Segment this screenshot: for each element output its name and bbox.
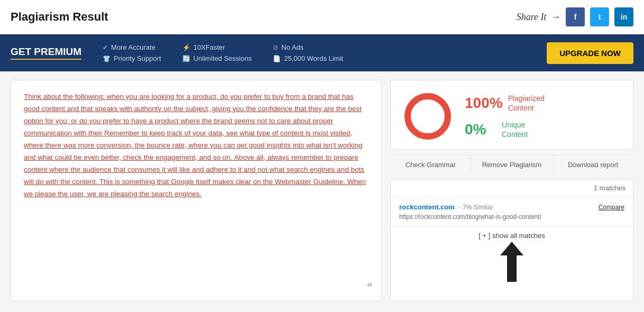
download-report-button[interactable]: Download report <box>553 155 633 174</box>
no-ads-icon: ⊘ <box>273 44 278 51</box>
share-label: Share It → <box>517 12 560 23</box>
share-arrow-icon: → <box>551 12 560 23</box>
unique-percent: 0% <box>465 121 496 138</box>
text-panel: Think about the following: when you are … <box>11 80 382 301</box>
svg-point-1 <box>408 96 448 136</box>
check-icon-1: ✔ <box>103 44 108 51</box>
show-all-matches-button[interactable]: [ + ] show all matches <box>479 232 545 240</box>
plagiarized-text: Think about the following: when you are … <box>24 91 369 200</box>
plagiarized-stat: 100% PlagiarizedContent <box>465 94 622 113</box>
twitter-button[interactable]: t <box>590 7 609 26</box>
unique-stat: 0% UniqueContent <box>465 120 622 139</box>
feature-col-3: ⊘ No Ads 📄 25,000 Words Limit <box>273 43 343 62</box>
header: Plagiarism Result Share It → f t in <box>0 0 644 34</box>
feature-col-2: ⚡ 10XFaster 🔄 Unlimited Sessions <box>182 43 252 62</box>
check-grammar-button[interactable]: Check Grammar <box>390 155 472 174</box>
match-similarity: - 7% Similar <box>459 204 493 211</box>
plagiarized-percent: 100% <box>465 95 503 112</box>
feature-10xfaster: ⚡ 10XFaster <box>182 43 252 51</box>
page-title: Plagiarism Result <box>11 10 108 24</box>
stats-numbers: 100% PlagiarizedContent 0% UniqueContent <box>465 94 622 140</box>
feature-more-accurate: ✔ More Accurate <box>103 43 161 51</box>
stats-card: 100% PlagiarizedContent 0% UniqueContent <box>390 80 633 150</box>
priority-icon: 👕 <box>103 55 111 62</box>
plagiarized-label: PlagiarizedContent <box>508 94 545 113</box>
quote-icon: ❝ <box>366 280 373 294</box>
remove-plagiarism-button[interactable]: Remove Plagiarism <box>472 155 553 174</box>
doc-icon: 📄 <box>273 55 281 62</box>
bolt-icon-1: ⚡ <box>182 44 190 51</box>
unique-label: UniqueContent <box>502 120 528 139</box>
action-buttons: Check Grammar Remove Plagiarism Download… <box>390 155 633 174</box>
matches-count: 1 matches <box>391 180 633 197</box>
matches-section: 1 matches rockcontent.com - 7% Similar C… <box>390 179 633 301</box>
linkedin-button[interactable]: in <box>614 7 633 26</box>
main-content: Think about the following: when you are … <box>0 71 644 309</box>
up-arrow-icon <box>500 240 523 282</box>
refresh-icon: 🔄 <box>182 55 190 62</box>
match-item: rockcontent.com - 7% Similar Compare htt… <box>391 197 633 227</box>
donut-chart <box>401 90 454 143</box>
compare-button[interactable]: Compare <box>599 204 624 211</box>
match-top: rockcontent.com - 7% Similar Compare <box>399 203 624 211</box>
feature-priority-support: 👕 Priority Support <box>103 54 161 62</box>
feature-col-1: ✔ More Accurate 👕 Priority Support <box>103 43 161 62</box>
feature-no-ads: ⊘ No Ads <box>273 43 343 51</box>
premium-features: ✔ More Accurate 👕 Priority Support ⚡ 10X… <box>103 43 526 62</box>
facebook-button[interactable]: f <box>566 7 585 26</box>
show-all-section: [ + ] show all matches <box>391 227 633 284</box>
upgrade-now-button[interactable]: UPGRADE NOW <box>547 42 633 64</box>
results-panel: 100% PlagiarizedContent 0% UniqueContent… <box>390 80 633 301</box>
feature-words-limit: 📄 25,000 Words Limit <box>273 54 343 62</box>
match-url: https://rockcontent.com/blog/what-is-goo… <box>399 213 624 221</box>
match-domain[interactable]: rockcontent.com <box>399 203 455 211</box>
get-premium-label: GET PREMIUM <box>11 46 81 60</box>
header-right: Share It → f t in <box>517 7 633 26</box>
premium-banner: GET PREMIUM ✔ More Accurate 👕 Priority S… <box>0 34 644 71</box>
feature-unlimited-sessions: 🔄 Unlimited Sessions <box>182 54 252 62</box>
